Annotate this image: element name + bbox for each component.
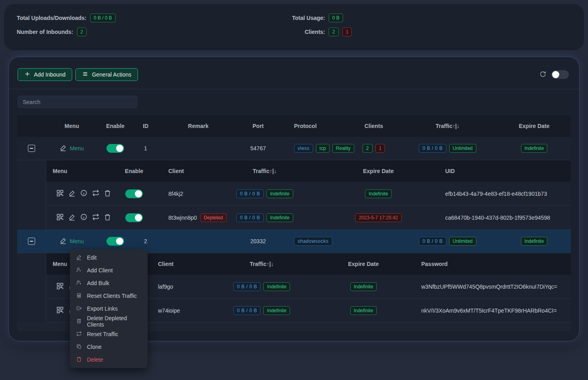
menu-item-add-bulk[interactable]: Add Bulk xyxy=(70,277,148,289)
hamburger-icon xyxy=(82,71,88,78)
client-traffic-badge: 0 B / 0 B xyxy=(236,189,264,198)
delete-client-icon[interactable] xyxy=(104,190,111,198)
menu-item-export-links[interactable]: Export Links xyxy=(70,302,148,315)
menu-item-label: Delete Depleted Clients xyxy=(87,315,141,328)
menu-item-clone[interactable]: Clone xyxy=(70,341,148,353)
sub-header-client: Client xyxy=(150,253,218,275)
dark-mode-toggle[interactable] xyxy=(551,70,569,79)
collapse-row-button[interactable] xyxy=(28,145,35,152)
client-uid: ca68470b-1940-437d-802b-1f9573e94598 xyxy=(445,215,550,221)
enable-toggle[interactable] xyxy=(107,237,124,246)
header-clients: Clients xyxy=(350,115,398,137)
edit-client-icon[interactable] xyxy=(69,190,75,198)
qr-code-icon[interactable] xyxy=(56,282,64,291)
sub-header-password: Password xyxy=(421,253,571,275)
expire-badge: Indefinite xyxy=(521,144,548,153)
info-icon[interactable] xyxy=(80,189,87,198)
export-icon xyxy=(76,305,82,312)
menu-item-label: Reset Clients Traffic xyxy=(87,293,137,299)
menu-item-label: Reset Traffic xyxy=(87,331,118,337)
menu-item-label: Add Bulk xyxy=(87,280,109,286)
general-actions-label: General Actions xyxy=(92,71,131,78)
sub-header-uid: UID xyxy=(445,160,571,182)
sub-header-expire: Expire Date xyxy=(306,253,421,275)
client-traffic-badge: 0 B / 0 B xyxy=(233,282,261,291)
file-reset-icon xyxy=(76,293,82,299)
row-menu-button[interactable]: Menu xyxy=(60,144,84,152)
stats-card: Total Uploads/Downloads: 0 B / 0 B Numbe… xyxy=(4,4,584,50)
sub-header-menu: Menu xyxy=(46,160,114,182)
menu-item-reset-traffic[interactable]: Reset Traffic xyxy=(70,328,148,341)
client-name: 8f4kj2 xyxy=(154,182,218,205)
clients-active-badge: 2 xyxy=(363,144,373,153)
menu-item-edit[interactable]: Edit xyxy=(70,251,148,264)
reset-traffic-icon[interactable] xyxy=(92,213,99,222)
sub-header-enable: Enable xyxy=(114,160,154,182)
enable-toggle[interactable] xyxy=(107,144,124,153)
edit-pen-icon xyxy=(60,144,67,152)
plus-icon xyxy=(24,71,30,78)
header-traffic[interactable]: Traffic↑|↓ xyxy=(398,115,497,137)
menu-item-label: Delete xyxy=(87,356,103,363)
header-remark: Remark xyxy=(158,115,238,137)
stats-left-column: Total Uploads/Downloads: 0 B / 0 B Numbe… xyxy=(17,14,286,41)
row-menu-label: Menu xyxy=(70,238,84,244)
menu-item-delete-depleted-clients[interactable]: Delete Depleted Clients xyxy=(70,315,148,328)
client-name: w74ioipe xyxy=(150,299,218,322)
reset-traffic-icon[interactable] xyxy=(92,189,99,198)
inbound-port: 54767 xyxy=(238,137,278,160)
qr-code-icon[interactable] xyxy=(56,306,64,315)
sub-header-client: Client xyxy=(154,160,218,182)
sub-header-traffic[interactable]: Traffic↑|↓ xyxy=(218,160,312,182)
uploads-downloads-value: 0 B / 0 B xyxy=(90,14,116,22)
clients-count-label: Clients: xyxy=(286,29,325,35)
menu-item-label: Add Client xyxy=(87,267,113,274)
menu-item-add-client[interactable]: Add Client xyxy=(70,264,148,277)
trash-box-icon xyxy=(76,318,82,325)
client-traffic-limit-badge: Indefinite xyxy=(263,306,290,315)
client-traffic-limit-badge: Indefinite xyxy=(263,282,290,291)
collapse-row-button[interactable] xyxy=(28,238,35,245)
client-expire-badge: 2023-5-7 17:25:42 xyxy=(355,213,401,222)
client-enable-toggle[interactable] xyxy=(125,189,143,198)
edit-pen-icon xyxy=(60,237,67,245)
client-password: w3NfbzUPf5WWd745Q8pvsmQrdrttT2IO6knuI7Di… xyxy=(421,284,557,290)
edit-client-icon[interactable] xyxy=(69,214,75,222)
client-expire-badge: Indefinite xyxy=(350,282,377,291)
client-row: 8t3wjnn8p0 Depleted 0 B / 0 B Indefinite… xyxy=(46,206,571,230)
sub-header-traffic[interactable]: Traffic↑|↓ xyxy=(218,253,306,275)
client-traffic-badge: 0 B / 0 B xyxy=(236,213,264,222)
users-add-icon xyxy=(76,280,82,287)
inbound-row-1: Menu 1 54767 vless tcp Reality 2 1 0 B /… xyxy=(17,137,571,160)
user-add-icon xyxy=(76,267,82,274)
total-usage-label: Total Usage: xyxy=(286,15,325,21)
client-name: laf9go xyxy=(150,275,218,298)
client-name: 8t3wjnn8p0 xyxy=(168,215,197,221)
inbound-remark xyxy=(158,137,238,160)
client-password: nkV/I/3XoAm9v6xMT/T5IcrF4TpeTKF98rHARbRo… xyxy=(421,307,557,314)
qr-code-icon[interactable] xyxy=(56,189,64,198)
info-icon[interactable] xyxy=(80,213,87,222)
refresh-icon[interactable] xyxy=(539,71,547,79)
menu-item-reset-clients-traffic[interactable]: Reset Clients Traffic xyxy=(70,289,148,302)
inbound-id: 1 xyxy=(133,137,158,160)
loop-icon xyxy=(76,331,82,338)
client-traffic-limit-badge: Indefinite xyxy=(266,189,293,198)
traffic-limit-badge: Unlimited xyxy=(449,144,476,153)
header-protocol: Protocol xyxy=(278,115,350,137)
general-actions-button[interactable]: General Actions xyxy=(75,68,138,81)
client-expire-badge: Indefinite xyxy=(365,189,392,198)
clients-subtable-1: Menu Enable Client Traffic↑|↓ Expire Dat… xyxy=(46,160,571,230)
add-inbound-button[interactable]: Add Inbound xyxy=(18,68,72,81)
search-input[interactable] xyxy=(18,96,137,108)
delete-client-icon[interactable] xyxy=(104,214,111,222)
clients-depleted-value: 1 xyxy=(342,28,352,36)
inbound-remark xyxy=(158,230,238,253)
inbounds-count-value: 2 xyxy=(77,28,87,36)
client-enable-toggle[interactable] xyxy=(125,213,143,222)
menu-item-delete[interactable]: Delete xyxy=(70,353,148,366)
qr-code-icon[interactable] xyxy=(56,213,64,222)
expire-badge: Indefinite xyxy=(521,237,548,246)
row-menu-button[interactable]: Menu xyxy=(60,237,84,245)
sub-header-expire: Expire Date xyxy=(312,160,445,182)
